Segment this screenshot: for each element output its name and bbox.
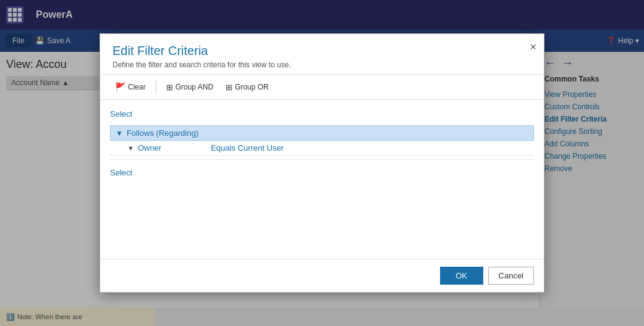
edit-filter-dialog: Edit Filter Criteria Define the filter a… — [100, 33, 544, 293]
dialog-header: Edit Filter Criteria Define the filter a… — [100, 34, 544, 75]
dialog-footer: OK Cancel — [100, 259, 544, 292]
modal-overlay: Edit Filter Criteria Define the filter a… — [0, 0, 644, 326]
dialog-subtitle: Define the filter and search criteria fo… — [112, 61, 532, 69]
bottom-select-link[interactable]: Select — [110, 166, 132, 179]
dialog-title: Edit Filter Criteria — [112, 44, 532, 58]
top-select-link[interactable]: Select — [110, 107, 132, 120]
top-select-container: Select — [110, 105, 534, 123]
group-or-button[interactable]: ⊞ Group OR — [221, 80, 274, 94]
condition-field-link[interactable]: Owner — [138, 143, 161, 153]
ok-button[interactable]: OK — [440, 267, 483, 285]
bottom-select-container: Select — [110, 164, 534, 182]
dialog-body: Select ▼ Follows (Regarding) ▼ Owner Equ… — [100, 100, 544, 259]
cancel-button[interactable]: Cancel — [488, 267, 534, 285]
filter-group-row: ▼ Follows (Regarding) — [110, 125, 534, 141]
filter-group: ▼ Follows (Regarding) ▼ Owner Equals Cur… — [110, 125, 534, 156]
condition-chevron[interactable]: ▼ — [127, 144, 134, 152]
clear-icon: 🚩 — [115, 82, 125, 92]
dialog-close-button[interactable]: × — [530, 41, 536, 52]
group-and-button[interactable]: ⊞ Group AND — [161, 80, 218, 94]
group-or-icon: ⊞ — [226, 83, 232, 92]
clear-button[interactable]: 🚩 Clear — [110, 80, 151, 94]
filter-condition-row-0: ▼ Owner Equals Current User — [110, 141, 534, 156]
filter-group-label[interactable]: Follows (Regarding) — [127, 128, 198, 138]
group-expand-chevron[interactable]: ▼ — [116, 129, 123, 138]
divider — [110, 159, 534, 160]
dialog-toolbar: 🚩 Clear ⊞ Group AND ⊞ Group OR — [100, 75, 544, 100]
toolbar-separator-1 — [156, 81, 156, 93]
group-and-icon: ⊞ — [166, 83, 173, 92]
condition-operator-link[interactable]: Equals Current User — [211, 143, 284, 153]
